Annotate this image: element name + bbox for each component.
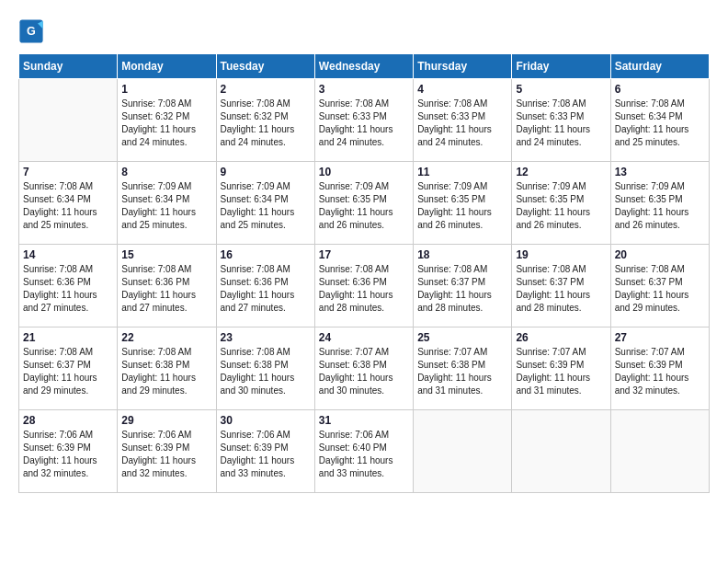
calendar-cell: 29Sunrise: 7:06 AMSunset: 6:39 PMDayligh… bbox=[118, 410, 216, 493]
day-number: 18 bbox=[417, 248, 507, 261]
day-number: 12 bbox=[516, 166, 606, 178]
calendar-cell: 20Sunrise: 7:08 AMSunset: 6:37 PMDayligh… bbox=[610, 245, 709, 327]
day-number: 29 bbox=[121, 414, 211, 427]
day-number: 13 bbox=[615, 166, 705, 178]
page-header: G bbox=[18, 18, 710, 44]
calendar-table: SundayMondayTuesdayWednesdayThursdayFrid… bbox=[18, 53, 710, 493]
column-header-thursday: Thursday bbox=[414, 54, 512, 79]
calendar-cell: 3Sunrise: 7:08 AMSunset: 6:33 PMDaylight… bbox=[314, 79, 413, 162]
day-number: 22 bbox=[121, 331, 211, 344]
calendar-cell: 15Sunrise: 7:08 AMSunset: 6:36 PMDayligh… bbox=[118, 245, 216, 327]
day-info: Sunrise: 7:07 AMSunset: 6:38 PMDaylight:… bbox=[417, 346, 507, 397]
column-header-saturday: Saturday bbox=[610, 54, 709, 79]
day-number: 20 bbox=[615, 248, 705, 261]
day-number: 31 bbox=[319, 414, 409, 427]
day-info: Sunrise: 7:08 AMSunset: 6:36 PMDaylight:… bbox=[121, 263, 211, 315]
calendar-cell: 13Sunrise: 7:09 AMSunset: 6:35 PMDayligh… bbox=[610, 162, 709, 245]
week-row-3: 14Sunrise: 7:08 AMSunset: 6:36 PMDayligh… bbox=[19, 245, 710, 327]
week-row-5: 28Sunrise: 7:06 AMSunset: 6:39 PMDayligh… bbox=[19, 410, 710, 493]
week-row-4: 21Sunrise: 7:08 AMSunset: 6:37 PMDayligh… bbox=[19, 327, 710, 410]
day-info: Sunrise: 7:07 AMSunset: 6:39 PMDaylight:… bbox=[516, 346, 606, 397]
day-info: Sunrise: 7:08 AMSunset: 6:37 PMDaylight:… bbox=[516, 263, 606, 315]
logo-icon: G bbox=[18, 18, 44, 44]
logo: G bbox=[18, 18, 48, 44]
calendar-cell bbox=[19, 79, 118, 162]
day-number: 15 bbox=[121, 248, 211, 261]
calendar-cell: 23Sunrise: 7:08 AMSunset: 6:38 PMDayligh… bbox=[216, 327, 314, 410]
calendar-cell: 16Sunrise: 7:08 AMSunset: 6:36 PMDayligh… bbox=[216, 245, 314, 327]
day-info: Sunrise: 7:08 AMSunset: 6:36 PMDaylight:… bbox=[23, 263, 113, 315]
day-number: 8 bbox=[121, 166, 211, 178]
calendar-cell: 11Sunrise: 7:09 AMSunset: 6:35 PMDayligh… bbox=[414, 162, 512, 245]
calendar-cell bbox=[610, 410, 709, 493]
day-info: Sunrise: 7:07 AMSunset: 6:38 PMDaylight:… bbox=[319, 346, 409, 397]
column-header-tuesday: Tuesday bbox=[216, 54, 314, 79]
day-info: Sunrise: 7:08 AMSunset: 6:38 PMDaylight:… bbox=[121, 346, 211, 397]
day-number: 19 bbox=[516, 248, 606, 261]
day-number: 6 bbox=[615, 83, 705, 96]
day-info: Sunrise: 7:06 AMSunset: 6:39 PMDaylight:… bbox=[23, 429, 113, 480]
day-info: Sunrise: 7:07 AMSunset: 6:39 PMDaylight:… bbox=[615, 346, 705, 397]
day-info: Sunrise: 7:08 AMSunset: 6:36 PMDaylight:… bbox=[319, 263, 409, 315]
calendar-cell: 9Sunrise: 7:09 AMSunset: 6:34 PMDaylight… bbox=[216, 162, 314, 245]
calendar-cell: 31Sunrise: 7:06 AMSunset: 6:40 PMDayligh… bbox=[314, 410, 413, 493]
day-info: Sunrise: 7:08 AMSunset: 6:34 PMDaylight:… bbox=[23, 180, 113, 232]
day-number: 30 bbox=[221, 414, 311, 427]
calendar-cell: 5Sunrise: 7:08 AMSunset: 6:33 PMDaylight… bbox=[512, 79, 610, 162]
calendar-cell: 17Sunrise: 7:08 AMSunset: 6:36 PMDayligh… bbox=[314, 245, 413, 327]
day-info: Sunrise: 7:09 AMSunset: 6:35 PMDaylight:… bbox=[615, 180, 705, 232]
calendar-cell: 30Sunrise: 7:06 AMSunset: 6:39 PMDayligh… bbox=[216, 410, 314, 493]
calendar-cell: 21Sunrise: 7:08 AMSunset: 6:37 PMDayligh… bbox=[19, 327, 118, 410]
day-info: Sunrise: 7:09 AMSunset: 6:34 PMDaylight:… bbox=[121, 180, 211, 232]
calendar-cell: 22Sunrise: 7:08 AMSunset: 6:38 PMDayligh… bbox=[118, 327, 216, 410]
day-info: Sunrise: 7:06 AMSunset: 6:40 PMDaylight:… bbox=[319, 429, 409, 480]
day-info: Sunrise: 7:08 AMSunset: 6:33 PMDaylight:… bbox=[417, 98, 507, 149]
day-number: 10 bbox=[319, 166, 409, 178]
day-info: Sunrise: 7:09 AMSunset: 6:35 PMDaylight:… bbox=[417, 180, 507, 232]
day-info: Sunrise: 7:08 AMSunset: 6:33 PMDaylight:… bbox=[516, 98, 606, 149]
day-info: Sunrise: 7:08 AMSunset: 6:32 PMDaylight:… bbox=[121, 98, 211, 149]
day-number: 25 bbox=[417, 331, 507, 344]
day-info: Sunrise: 7:08 AMSunset: 6:32 PMDaylight:… bbox=[221, 98, 311, 149]
day-number: 27 bbox=[615, 331, 705, 344]
svg-text:G: G bbox=[27, 25, 36, 38]
day-info: Sunrise: 7:08 AMSunset: 6:33 PMDaylight:… bbox=[319, 98, 409, 149]
day-number: 14 bbox=[23, 248, 113, 261]
day-number: 1 bbox=[121, 83, 211, 96]
day-number: 2 bbox=[221, 83, 311, 96]
day-info: Sunrise: 7:08 AMSunset: 6:36 PMDaylight:… bbox=[221, 263, 311, 315]
day-info: Sunrise: 7:08 AMSunset: 6:38 PMDaylight:… bbox=[221, 346, 311, 397]
calendar-cell: 28Sunrise: 7:06 AMSunset: 6:39 PMDayligh… bbox=[19, 410, 118, 493]
day-info: Sunrise: 7:08 AMSunset: 6:37 PMDaylight:… bbox=[417, 263, 507, 315]
calendar-cell: 25Sunrise: 7:07 AMSunset: 6:38 PMDayligh… bbox=[414, 327, 512, 410]
day-info: Sunrise: 7:08 AMSunset: 6:34 PMDaylight:… bbox=[615, 98, 705, 149]
day-info: Sunrise: 7:08 AMSunset: 6:37 PMDaylight:… bbox=[615, 263, 705, 315]
calendar-header-row: SundayMondayTuesdayWednesdayThursdayFrid… bbox=[19, 54, 710, 79]
day-info: Sunrise: 7:09 AMSunset: 6:35 PMDaylight:… bbox=[516, 180, 606, 232]
calendar-cell: 7Sunrise: 7:08 AMSunset: 6:34 PMDaylight… bbox=[19, 162, 118, 245]
day-number: 11 bbox=[417, 166, 507, 178]
day-number: 17 bbox=[319, 248, 409, 261]
week-row-1: 1Sunrise: 7:08 AMSunset: 6:32 PMDaylight… bbox=[19, 79, 710, 162]
day-number: 28 bbox=[23, 414, 113, 427]
day-info: Sunrise: 7:09 AMSunset: 6:34 PMDaylight:… bbox=[221, 180, 311, 232]
column-header-monday: Monday bbox=[118, 54, 216, 79]
calendar-cell: 1Sunrise: 7:08 AMSunset: 6:32 PMDaylight… bbox=[118, 79, 216, 162]
day-number: 16 bbox=[221, 248, 311, 261]
calendar-cell: 6Sunrise: 7:08 AMSunset: 6:34 PMDaylight… bbox=[610, 79, 709, 162]
calendar-cell: 10Sunrise: 7:09 AMSunset: 6:35 PMDayligh… bbox=[314, 162, 413, 245]
calendar-cell: 26Sunrise: 7:07 AMSunset: 6:39 PMDayligh… bbox=[512, 327, 610, 410]
day-number: 23 bbox=[221, 331, 311, 344]
calendar-cell: 27Sunrise: 7:07 AMSunset: 6:39 PMDayligh… bbox=[610, 327, 709, 410]
day-number: 24 bbox=[319, 331, 409, 344]
calendar-cell: 4Sunrise: 7:08 AMSunset: 6:33 PMDaylight… bbox=[414, 79, 512, 162]
day-info: Sunrise: 7:08 AMSunset: 6:37 PMDaylight:… bbox=[23, 346, 113, 397]
day-number: 4 bbox=[417, 83, 507, 96]
calendar-cell: 8Sunrise: 7:09 AMSunset: 6:34 PMDaylight… bbox=[118, 162, 216, 245]
column-header-friday: Friday bbox=[512, 54, 610, 79]
day-number: 9 bbox=[221, 166, 311, 178]
calendar-cell: 19Sunrise: 7:08 AMSunset: 6:37 PMDayligh… bbox=[512, 245, 610, 327]
calendar-cell bbox=[512, 410, 610, 493]
day-number: 3 bbox=[319, 83, 409, 96]
calendar-cell: 24Sunrise: 7:07 AMSunset: 6:38 PMDayligh… bbox=[314, 327, 413, 410]
